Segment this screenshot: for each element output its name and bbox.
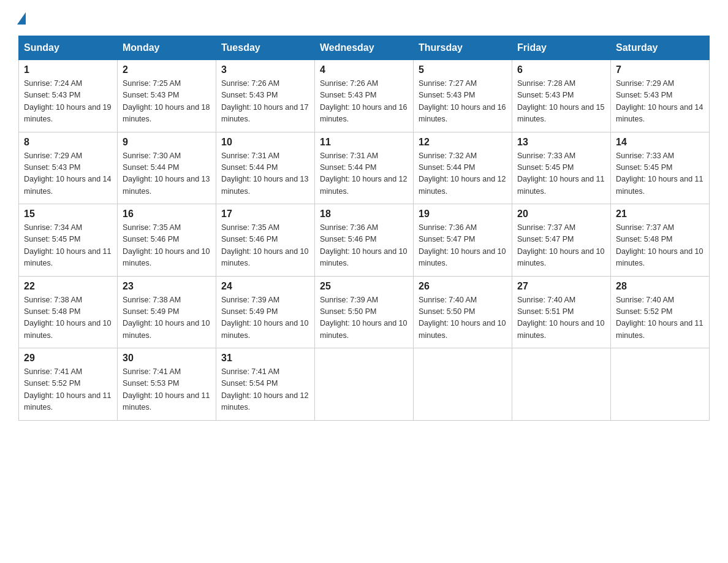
day-of-week-header: Friday — [512, 36, 611, 60]
day-of-week-header: Monday — [118, 36, 216, 60]
day-info: Sunrise: 7:35 AMSunset: 5:46 PMDaylight:… — [123, 222, 211, 270]
calendar-day-cell: 27Sunrise: 7:40 AMSunset: 5:51 PMDayligh… — [512, 276, 611, 348]
calendar-week-row: 29Sunrise: 7:41 AMSunset: 5:52 PMDayligh… — [19, 348, 710, 421]
day-info: Sunrise: 7:41 AMSunset: 5:54 PMDaylight:… — [221, 366, 309, 414]
day-number: 20 — [517, 209, 605, 220]
day-number: 22 — [24, 281, 112, 292]
day-number: 15 — [24, 209, 112, 220]
logo — [18, 12, 26, 23]
day-number: 1 — [24, 64, 112, 75]
calendar-day-cell: 13Sunrise: 7:33 AMSunset: 5:45 PMDayligh… — [512, 132, 611, 204]
calendar-day-cell: 24Sunrise: 7:39 AMSunset: 5:49 PMDayligh… — [216, 276, 315, 348]
day-info: Sunrise: 7:29 AMSunset: 5:43 PMDaylight:… — [616, 78, 704, 126]
day-info: Sunrise: 7:37 AMSunset: 5:48 PMDaylight:… — [616, 222, 704, 270]
calendar-day-cell: 31Sunrise: 7:41 AMSunset: 5:54 PMDayligh… — [216, 348, 315, 421]
calendar-day-cell — [315, 348, 414, 421]
calendar-day-cell: 1Sunrise: 7:24 AMSunset: 5:43 PMDaylight… — [19, 60, 118, 132]
day-info: Sunrise: 7:38 AMSunset: 5:49 PMDaylight:… — [123, 294, 211, 342]
calendar-day-cell: 9Sunrise: 7:30 AMSunset: 5:44 PMDaylight… — [118, 132, 216, 204]
day-of-week-header: Saturday — [611, 36, 710, 60]
calendar-day-cell: 23Sunrise: 7:38 AMSunset: 5:49 PMDayligh… — [118, 276, 216, 348]
calendar-day-cell: 25Sunrise: 7:39 AMSunset: 5:50 PMDayligh… — [315, 276, 414, 348]
day-info: Sunrise: 7:26 AMSunset: 5:43 PMDaylight:… — [320, 78, 408, 126]
day-number: 31 — [221, 353, 309, 364]
day-number: 27 — [517, 281, 605, 292]
calendar-day-cell: 11Sunrise: 7:31 AMSunset: 5:44 PMDayligh… — [315, 132, 414, 204]
day-info: Sunrise: 7:33 AMSunset: 5:45 PMDaylight:… — [616, 150, 704, 198]
calendar-day-cell — [414, 348, 512, 421]
day-info: Sunrise: 7:30 AMSunset: 5:44 PMDaylight:… — [123, 150, 211, 198]
day-info: Sunrise: 7:26 AMSunset: 5:43 PMDaylight:… — [221, 78, 309, 126]
calendar-day-cell — [611, 348, 710, 421]
day-number: 30 — [123, 353, 211, 364]
calendar-day-cell: 14Sunrise: 7:33 AMSunset: 5:45 PMDayligh… — [611, 132, 710, 204]
day-number: 29 — [24, 353, 112, 364]
day-info: Sunrise: 7:40 AMSunset: 5:51 PMDaylight:… — [517, 294, 605, 342]
day-info: Sunrise: 7:29 AMSunset: 5:43 PMDaylight:… — [24, 150, 112, 198]
day-info: Sunrise: 7:39 AMSunset: 5:49 PMDaylight:… — [221, 294, 309, 342]
day-info: Sunrise: 7:32 AMSunset: 5:44 PMDaylight:… — [419, 150, 507, 198]
day-number: 25 — [320, 281, 408, 292]
calendar-day-cell: 29Sunrise: 7:41 AMSunset: 5:52 PMDayligh… — [19, 348, 118, 421]
calendar-day-cell: 10Sunrise: 7:31 AMSunset: 5:44 PMDayligh… — [216, 132, 315, 204]
calendar-day-cell: 26Sunrise: 7:40 AMSunset: 5:50 PMDayligh… — [414, 276, 512, 348]
calendar-day-cell: 20Sunrise: 7:37 AMSunset: 5:47 PMDayligh… — [512, 204, 611, 277]
calendar-day-cell: 15Sunrise: 7:34 AMSunset: 5:45 PMDayligh… — [19, 204, 118, 277]
day-info: Sunrise: 7:39 AMSunset: 5:50 PMDaylight:… — [320, 294, 408, 342]
day-info: Sunrise: 7:28 AMSunset: 5:43 PMDaylight:… — [517, 78, 605, 126]
calendar-day-cell: 7Sunrise: 7:29 AMSunset: 5:43 PMDaylight… — [611, 60, 710, 132]
day-number: 3 — [221, 64, 309, 75]
day-number: 6 — [517, 64, 605, 75]
calendar-day-cell — [512, 348, 611, 421]
day-info: Sunrise: 7:41 AMSunset: 5:52 PMDaylight:… — [24, 366, 112, 414]
day-of-week-header: Thursday — [414, 36, 512, 60]
day-number: 16 — [123, 209, 211, 220]
day-number: 26 — [419, 281, 507, 292]
day-info: Sunrise: 7:35 AMSunset: 5:46 PMDaylight:… — [221, 222, 309, 270]
day-number: 28 — [616, 281, 704, 292]
day-number: 17 — [221, 209, 309, 220]
day-number: 5 — [419, 64, 507, 75]
calendar-day-cell: 8Sunrise: 7:29 AMSunset: 5:43 PMDaylight… — [19, 132, 118, 204]
calendar-day-cell: 16Sunrise: 7:35 AMSunset: 5:46 PMDayligh… — [118, 204, 216, 277]
calendar-week-row: 1Sunrise: 7:24 AMSunset: 5:43 PMDaylight… — [19, 60, 710, 132]
day-number: 19 — [419, 209, 507, 220]
day-info: Sunrise: 7:31 AMSunset: 5:44 PMDaylight:… — [221, 150, 309, 198]
calendar-day-cell: 17Sunrise: 7:35 AMSunset: 5:46 PMDayligh… — [216, 204, 315, 277]
day-number: 23 — [123, 281, 211, 292]
calendar-day-cell: 6Sunrise: 7:28 AMSunset: 5:43 PMDaylight… — [512, 60, 611, 132]
calendar-day-cell: 2Sunrise: 7:25 AMSunset: 5:43 PMDaylight… — [118, 60, 216, 132]
day-number: 21 — [616, 209, 704, 220]
calendar-table: SundayMondayTuesdayWednesdayThursdayFrid… — [18, 36, 710, 421]
day-info: Sunrise: 7:24 AMSunset: 5:43 PMDaylight:… — [24, 78, 112, 126]
day-info: Sunrise: 7:34 AMSunset: 5:45 PMDaylight:… — [24, 222, 112, 270]
day-of-week-header: Wednesday — [315, 36, 414, 60]
calendar-day-cell: 3Sunrise: 7:26 AMSunset: 5:43 PMDaylight… — [216, 60, 315, 132]
day-number: 14 — [616, 137, 704, 148]
day-info: Sunrise: 7:40 AMSunset: 5:50 PMDaylight:… — [419, 294, 507, 342]
page-header — [18, 12, 710, 23]
day-info: Sunrise: 7:40 AMSunset: 5:52 PMDaylight:… — [616, 294, 704, 342]
calendar-day-cell: 5Sunrise: 7:27 AMSunset: 5:43 PMDaylight… — [414, 60, 512, 132]
day-of-week-header: Tuesday — [216, 36, 315, 60]
calendar-day-cell: 4Sunrise: 7:26 AMSunset: 5:43 PMDaylight… — [315, 60, 414, 132]
day-number: 4 — [320, 64, 408, 75]
day-info: Sunrise: 7:25 AMSunset: 5:43 PMDaylight:… — [123, 78, 211, 126]
day-info: Sunrise: 7:31 AMSunset: 5:44 PMDaylight:… — [320, 150, 408, 198]
day-number: 2 — [123, 64, 211, 75]
calendar-day-cell: 12Sunrise: 7:32 AMSunset: 5:44 PMDayligh… — [414, 132, 512, 204]
day-number: 9 — [123, 137, 211, 148]
day-of-week-header: Sunday — [19, 36, 118, 60]
day-number: 13 — [517, 137, 605, 148]
logo-triangle-icon — [17, 12, 26, 25]
day-info: Sunrise: 7:36 AMSunset: 5:46 PMDaylight:… — [320, 222, 408, 270]
calendar-day-cell: 28Sunrise: 7:40 AMSunset: 5:52 PMDayligh… — [611, 276, 710, 348]
calendar-day-cell: 30Sunrise: 7:41 AMSunset: 5:53 PMDayligh… — [118, 348, 216, 421]
day-info: Sunrise: 7:37 AMSunset: 5:47 PMDaylight:… — [517, 222, 605, 270]
day-number: 12 — [419, 137, 507, 148]
day-info: Sunrise: 7:38 AMSunset: 5:48 PMDaylight:… — [24, 294, 112, 342]
day-info: Sunrise: 7:33 AMSunset: 5:45 PMDaylight:… — [517, 150, 605, 198]
day-number: 8 — [24, 137, 112, 148]
day-number: 7 — [616, 64, 704, 75]
calendar-week-row: 15Sunrise: 7:34 AMSunset: 5:45 PMDayligh… — [19, 204, 710, 277]
